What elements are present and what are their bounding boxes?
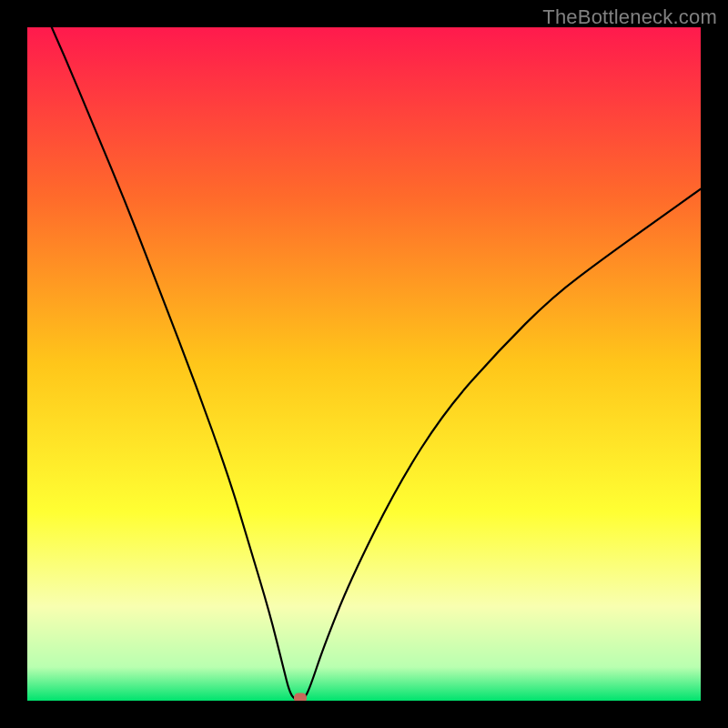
heat-gradient	[27, 27, 701, 701]
optimal-marker-dot	[294, 693, 307, 702]
chart-frame: TheBottleneck.com	[0, 0, 728, 728]
plot-area	[27, 27, 701, 701]
watermark-text: TheBottleneck.com	[542, 5, 717, 29]
